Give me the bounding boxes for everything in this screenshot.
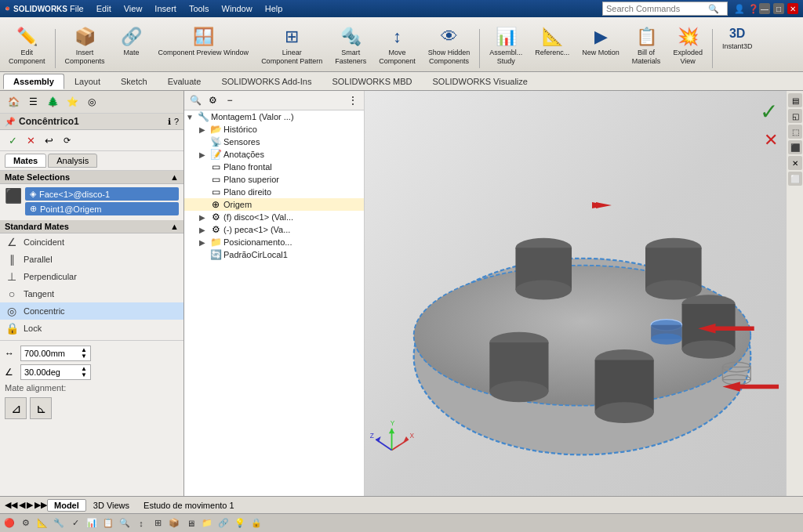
tree-item-origem[interactable]: ⊕ Origem — [184, 198, 364, 211]
bottom-icon-10[interactable]: ⊞ — [150, 516, 165, 531]
tree-item-anotacoes[interactable]: ▶ 📝 Anotações — [184, 148, 364, 161]
tab-mates[interactable]: Mates — [5, 154, 46, 168]
tree-item-plano-superior[interactable]: ▭ Plano superior — [184, 173, 364, 186]
right-tool-3[interactable]: ⬚ — [788, 125, 802, 139]
exploded-view-button[interactable]: 💥 ExplodedView — [667, 23, 708, 68]
status-tab-motion[interactable]: Estudo de movimento 1 — [136, 499, 242, 512]
bottom-icon-1[interactable]: 🔴 — [2, 516, 17, 531]
standard-mates-header[interactable]: Standard Mates ▲ — [0, 220, 183, 233]
linear-pattern-button[interactable]: ⊞ LinearComponent Pattern — [256, 23, 328, 68]
mate-button[interactable]: 🔗 Mate — [112, 23, 151, 68]
tree-item-disco[interactable]: ▶ ⚙ (f) disco<1> (Val... — [184, 211, 364, 223]
viewport[interactable]: X Y Z ✓ ✕ — [365, 91, 786, 496]
search-bar[interactable]: 🔍 — [602, 2, 728, 16]
panel-circle-icon[interactable]: ◎ — [83, 93, 100, 110]
bottom-icon-16[interactable]: 🔒 — [249, 516, 264, 531]
tree-filter-icon[interactable]: 🔍 — [187, 92, 203, 108]
menu-tools[interactable]: Tools — [187, 3, 212, 14]
menu-help[interactable]: Help — [263, 3, 285, 14]
tree-more-icon[interactable]: ⋮ — [345, 92, 361, 108]
component-preview-window-button[interactable]: 🪟 Component Preview Window — [153, 23, 255, 68]
tree-item-plano-frontal[interactable]: ▭ Plano frontal — [184, 161, 364, 173]
tree-item-padrao[interactable]: 🔄 PadrãoCirLocal1 — [184, 248, 364, 261]
bill-of-materials-button[interactable]: 📋 Bill ofMaterials — [627, 23, 667, 68]
menu-insert[interactable]: Insert — [152, 3, 179, 14]
confirm-button[interactable]: ✓ — [5, 132, 20, 148]
mate-lock[interactable]: 🔒 Lock — [0, 320, 183, 337]
bottom-icon-8[interactable]: 🔍 — [117, 516, 133, 531]
nav-left[interactable]: ◀ — [19, 500, 25, 510]
smart-fasteners-button[interactable]: 🔩 SmartFasteners — [329, 23, 372, 68]
search-input[interactable] — [606, 4, 708, 13]
mate-perpendicular[interactable]: ⊥ Perpendicular — [0, 268, 183, 285]
nav-next[interactable]: ▶▶ — [35, 500, 47, 510]
undo-button[interactable]: ↩ — [41, 132, 56, 148]
tree-item-peca[interactable]: ▶ ⚙ (-) peca<1> (Va... — [184, 223, 364, 236]
measurement-input-1[interactable]: 700.00mm ▲ ▼ — [20, 346, 91, 361]
bottom-icon-15[interactable]: 💡 — [232, 516, 248, 531]
menu-window[interactable]: Window — [220, 3, 255, 14]
selection-item-point[interactable]: ⊕ Point1@Origem — [25, 202, 179, 215]
help-info-icon[interactable]: ℹ — [168, 117, 171, 127]
cancel-x-button[interactable]: ✕ — [23, 132, 38, 148]
refresh-button[interactable]: ⟳ — [59, 132, 74, 148]
tab-evaluate[interactable]: Evaluate — [158, 74, 212, 89]
right-tool-2[interactable]: ◱ — [788, 109, 802, 123]
tree-item-historico[interactable]: ▶ 📂 Histórico — [184, 123, 364, 136]
panel-home-icon[interactable]: 🏠 — [5, 93, 22, 110]
tree-item-montagem[interactable]: ▼ 🔧 Montagem1 (Valor ...) — [184, 110, 364, 123]
nav-prev[interactable]: ◀◀ — [5, 500, 17, 510]
alignment-btn-2[interactable]: ⊾ — [30, 397, 52, 419]
viewport-confirm-button[interactable]: ✓ — [760, 99, 778, 125]
spinner-2[interactable]: ▲ ▼ — [81, 366, 87, 378]
maximize-button[interactable]: □ — [773, 3, 784, 14]
spinner-down-2[interactable]: ▼ — [81, 372, 87, 378]
status-tab-model[interactable]: Model — [47, 499, 86, 512]
bottom-icon-14[interactable]: 🔗 — [216, 516, 231, 531]
show-hidden-components-button[interactable]: 👁 Show HiddenComponents — [423, 23, 476, 68]
tree-item-posicionamento[interactable]: ▶ 📁 Posicionamento... — [184, 236, 364, 248]
new-motion-button[interactable]: ▶ New Motion — [576, 23, 625, 68]
right-tool-5[interactable]: ✕ — [788, 156, 802, 170]
tab-solidworks-mbd[interactable]: SOLIDWORKS MBD — [322, 74, 422, 89]
bottom-icon-2[interactable]: ⚙ — [18, 516, 34, 531]
bottom-icon-7[interactable]: 📋 — [100, 516, 116, 531]
tab-solidworks-addins[interactable]: SOLIDWORKS Add-Ins — [211, 74, 322, 89]
spinner-down-1[interactable]: ▼ — [81, 353, 87, 360]
mate-concentric[interactable]: ◎ Concentric — [0, 302, 183, 320]
tree-config-icon[interactable]: ⚙ — [205, 92, 220, 108]
bottom-icon-13[interactable]: 📁 — [199, 516, 215, 531]
edit-component-button[interactable]: ✏️ EditComponent — [3, 23, 51, 68]
help-question-icon[interactable]: ? — [174, 117, 179, 127]
selection-item-face[interactable]: ◈ Face<1>@disco-1 — [25, 187, 179, 201]
bottom-icon-5[interactable]: ✓ — [67, 516, 83, 531]
alignment-btn-1[interactable]: ⊿ — [5, 397, 27, 419]
tree-collapse-icon[interactable]: − — [222, 92, 238, 108]
nav-right[interactable]: ▶ — [27, 500, 33, 510]
bottom-icon-4[interactable]: 🔧 — [51, 516, 67, 531]
insert-components-button[interactable]: 📦 InsertComponents — [60, 23, 111, 68]
bottom-icon-11[interactable]: 📦 — [166, 516, 182, 531]
measurement-input-2[interactable]: 30.00deg ▲ ▼ — [20, 364, 91, 380]
status-tab-3d-views[interactable]: 3D Views — [86, 499, 136, 512]
close-button[interactable]: ✕ — [787, 3, 798, 14]
mate-coincident[interactable]: ∠ Coincident — [0, 233, 183, 251]
mate-selections-header[interactable]: Mate Selections ▲ — [0, 171, 183, 184]
tree-item-plano-direito[interactable]: ▭ Plano direito — [184, 186, 364, 198]
tab-assembly[interactable]: Assembly — [3, 74, 64, 89]
menu-file[interactable]: File — [67, 3, 86, 14]
right-tool-6[interactable]: ⬜ — [788, 172, 802, 186]
move-component-button[interactable]: ↕ MoveComponent — [373, 23, 421, 68]
tab-layout[interactable]: Layout — [64, 74, 111, 89]
tab-analysis[interactable]: Analysis — [48, 154, 97, 168]
menu-view[interactable]: View — [122, 3, 145, 14]
panel-tree-icon[interactable]: 🌲 — [44, 93, 61, 110]
bottom-icon-6[interactable]: 📊 — [84, 516, 100, 531]
viewport-cancel-button[interactable]: ✕ — [764, 130, 778, 150]
bottom-icon-3[interactable]: 📐 — [35, 516, 50, 531]
tab-solidworks-visualize[interactable]: SOLIDWORKS Visualize — [422, 74, 537, 89]
mate-parallel[interactable]: ∥ Parallel — [0, 251, 183, 268]
panel-star-icon[interactable]: ⭐ — [64, 93, 81, 110]
instant3d-button[interactable]: 3D Instant3D — [717, 23, 758, 68]
mate-tangent[interactable]: ○ Tangent — [0, 285, 183, 302]
